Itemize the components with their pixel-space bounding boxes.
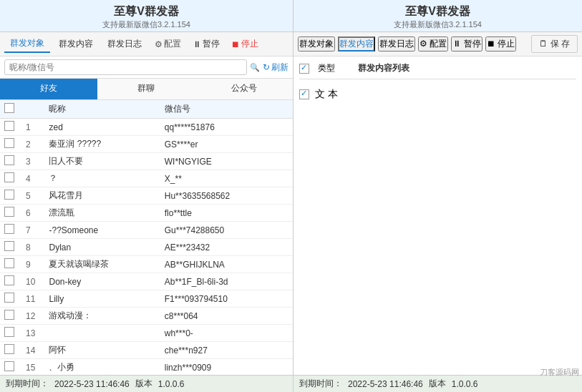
sub-tab-group[interactable]: 群聊 [97,79,195,99]
pause-button[interactable]: ⏸ 暂停 [188,36,224,52]
text-checkbox[interactable] [299,89,309,99]
row-wxid: AE***23432 [160,239,293,256]
right-config-button[interactable]: 配置 [418,36,448,52]
row-name: 旧人不要 [44,153,160,170]
row-name: 游戏动漫： [44,308,160,325]
row-checkbox-0[interactable] [4,121,14,131]
row-wxid: flo**ttle [160,205,293,222]
right-panel: 至尊V群发器 支持最新版微信3.2.1.154 群发对象 群发内容 群发日志 配… [294,0,582,392]
row-num: 8 [21,239,44,256]
row-checkbox-2[interactable] [4,155,14,165]
row-checkbox-11[interactable] [4,310,14,320]
table-row: 6 漂流瓶 flo**ttle [0,205,293,222]
row-checkbox-14[interactable] [4,361,14,371]
right-gear-icon [419,39,427,49]
row-checkbox-6[interactable] [4,224,14,234]
right-title: 至尊V群发器 [294,4,582,19]
row-check [0,325,21,342]
row-wxid: Gu***74288650 [160,222,293,239]
row-name: Lilly [44,290,160,308]
row-name: ？ [44,170,160,187]
row-checkbox-13[interactable] [4,344,14,354]
left-subtitle: 支持最新版微信3.2.1.154 [0,19,293,30]
row-wxid: wh***0- [160,325,293,342]
right-pause-button[interactable]: ⏸ 暂停 [451,36,482,52]
row-name: -??Someone [44,222,160,239]
search-bar: ↻ 刷新 [0,57,293,79]
row-checkbox-8[interactable] [4,258,14,268]
pause-label: 暂停 [203,38,220,50]
table-row: 7 -??Someone Gu***74288650 [0,222,293,239]
row-num: 9 [21,256,44,273]
table-row: 8 Dylan AE***23432 [0,239,293,256]
config-button[interactable]: 配置 [150,36,185,52]
row-name: Don-key [44,273,160,290]
row-num: 15 [21,359,44,376]
row-wxid: Hu**3635568562 [160,187,293,205]
row-wxid: Ab**1F_Bl-6li-3d [160,273,293,290]
right-header: 至尊V群发器 支持最新版微信3.2.1.154 [294,0,582,32]
row-checkbox-5[interactable] [4,207,14,217]
contact-table: 昵称 微信号 1 zed qq*****51876 2 秦亚润 ????? GS… [0,100,293,375]
type-text-label: 文 本 [315,88,338,101]
row-check [0,273,21,290]
right-stop-button[interactable]: ⏹ 停止 [485,36,516,52]
row-name: Dylan [44,239,160,256]
content-title: 群发内容列表 [358,62,409,74]
table-row: 12 游戏动漫： c8***064 [0,308,293,325]
sub-tab-public[interactable]: 公众号 [195,79,293,99]
row-name: zed [44,119,160,136]
row-checkbox-12[interactable] [4,327,14,337]
row-wxid: linzh***0909 [160,359,293,376]
row-num: 12 [21,308,44,325]
tab-send-target[interactable]: 群发对象 [4,35,50,53]
row-name: 漂流瓶 [44,205,160,222]
right-tab-send-target[interactable]: 群发对象 [298,36,335,52]
config-label: 配置 [164,38,181,50]
row-num: 6 [21,205,44,222]
right-toolbar: 群发对象 群发内容 群发日志 配置 ⏸ 暂停 ⏹ 停止 🗒 保 存 [294,32,582,57]
left-expire-date: 2022-5-23 11:46:46 [54,379,130,389]
right-tab-send-log[interactable]: 群发日志 [378,36,415,52]
row-checkbox-9[interactable] [4,275,14,285]
row-num: 10 [21,273,44,290]
row-wxid: che***n927 [160,342,293,359]
tab-send-content[interactable]: 群发内容 [53,36,99,52]
right-expire-label: 到期时间： [299,378,342,390]
row-check [0,170,21,187]
row-check [0,153,21,170]
contact-table-container: 昵称 微信号 1 zed qq*****51876 2 秦亚润 ????? GS… [0,100,293,375]
row-checkbox-7[interactable] [4,241,14,251]
right-stop-label: 停止 [498,39,515,49]
watermark: 刀客源码网 [540,367,579,378]
sub-tab-friend[interactable]: 好友 [0,79,97,99]
row-check [0,222,21,239]
row-checkbox-4[interactable] [4,190,14,200]
select-all-checkbox[interactable] [4,103,14,113]
left-version-label: 版本 [135,378,152,390]
row-checkbox-10[interactable] [4,293,14,303]
save-icon: 🗒 [539,39,548,49]
type-checkbox[interactable] [299,64,309,74]
row-checkbox-3[interactable] [4,172,14,182]
left-toolbar: 群发对象 群发内容 群发日志 配置 ⏸ 暂停 ⏹ 停止 [0,32,293,57]
sub-tabs: 好友 群聊 公众号 [0,79,293,100]
right-tab-send-content[interactable]: 群发内容 [338,36,375,52]
row-check [0,359,21,376]
row-num: 4 [21,170,44,187]
row-check [0,308,21,325]
stop-button[interactable]: ⏹ 停止 [227,36,263,52]
row-num: 1 [21,119,44,136]
row-checkbox-1[interactable] [4,138,14,148]
row-check [0,290,21,308]
left-header: 至尊V群发器 支持最新版微信3.2.1.154 [0,0,293,32]
row-check [0,256,21,273]
search-input[interactable] [4,59,247,75]
tab-send-log[interactable]: 群发日志 [102,36,147,52]
save-button[interactable]: 🗒 保 存 [531,35,578,53]
col-num-header [21,100,44,119]
row-check [0,205,21,222]
row-name: 秦亚润 ????? [44,136,160,153]
refresh-button[interactable]: ↻ 刷新 [263,62,288,74]
table-row: 15 、小勇 linzh***0909 [0,359,293,376]
